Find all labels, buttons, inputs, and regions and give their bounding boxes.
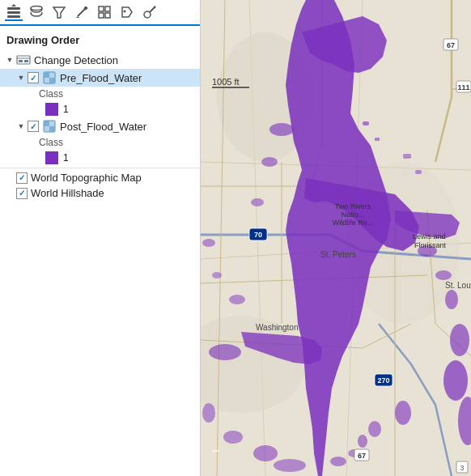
tree-item-post-flood-water[interactable]: ▼ Post_Flood_Water	[0, 117, 200, 135]
tree-item-change-detection[interactable]: ▼ Change Detection	[0, 51, 200, 69]
svg-point-56	[330, 457, 346, 466]
world-topo-label: World Topographic Map	[31, 172, 142, 184]
svg-point-37	[251, 198, 264, 206]
panel-content: Drawing Order ▼ Change Detection ▼	[0, 26, 200, 476]
svg-rect-19	[19, 60, 23, 62]
svg-rect-12	[105, 13, 110, 18]
tab-group[interactable]	[95, 3, 113, 21]
section-title: Drawing Order	[0, 31, 200, 51]
svg-text:67: 67	[447, 41, 455, 49]
divider-1	[0, 168, 200, 168]
tab-contents[interactable]	[28, 3, 45, 21]
svg-text:1005 ft: 1005 ft	[212, 77, 240, 87]
tab-symbology[interactable]	[73, 3, 91, 21]
svg-point-51	[229, 295, 245, 304]
svg-line-6	[78, 8, 86, 16]
checkbox-world-hillshade[interactable]	[16, 188, 28, 199]
legend-label-pre-1: 1	[63, 104, 69, 115]
map-canvas: 1005 ft Two Rivers Natio... Wildlife Re.…	[201, 0, 471, 476]
svg-point-41	[450, 324, 469, 356]
checkbox-post-flood[interactable]	[28, 121, 39, 132]
svg-text:Wildlife Re...: Wildlife Re...	[333, 219, 374, 227]
svg-point-13	[124, 11, 126, 13]
legend-color-pre-1	[45, 103, 58, 116]
svg-line-16	[154, 6, 155, 8]
tab-tools[interactable]	[141, 3, 159, 21]
expand-arrow-pre-flood: ▼	[16, 73, 26, 83]
checkbox-pre-flood[interactable]	[28, 72, 39, 83]
tree-item-world-topo[interactable]: ▶ World Topographic Map	[0, 170, 200, 185]
svg-point-60	[395, 401, 411, 425]
svg-point-35	[269, 123, 294, 136]
svg-text:St. Lou...: St. Lou...	[445, 281, 471, 290]
checkbox-world-topo[interactable]	[16, 172, 28, 184]
tab-properties[interactable]	[118, 3, 136, 21]
group-icon	[16, 53, 31, 67]
svg-rect-0	[7, 7, 20, 10]
svg-point-42	[443, 360, 468, 401]
svg-point-36	[261, 157, 278, 167]
svg-marker-7	[76, 16, 79, 18]
svg-rect-47	[403, 154, 411, 159]
tab-drawing-order[interactable]	[5, 3, 23, 21]
map-scale	[212, 450, 219, 452]
svg-rect-20	[24, 60, 28, 62]
svg-rect-2	[7, 15, 20, 18]
map-area[interactable]: 1005 ft Two Rivers Natio... Wildlife Re.…	[201, 0, 471, 476]
svg-text:70: 70	[254, 231, 262, 239]
svg-text:St. Peters: St. Peters	[320, 250, 356, 259]
svg-text:Washington: Washington	[256, 323, 298, 332]
svg-marker-3	[11, 4, 16, 6]
svg-rect-1	[7, 11, 20, 14]
svg-text:270: 270	[377, 376, 389, 385]
toolbar	[0, 0, 200, 26]
svg-point-4	[31, 6, 42, 11]
svg-rect-48	[415, 170, 422, 174]
svg-point-40	[445, 290, 458, 309]
world-hillshade-label: World Hillshade	[31, 187, 104, 199]
svg-text:Two Rivers: Two Rivers	[335, 202, 371, 210]
svg-rect-46	[375, 138, 380, 141]
svg-point-39	[435, 270, 452, 280]
svg-text:Florissant: Florissant	[414, 241, 447, 249]
svg-text:Natio...: Natio...	[342, 210, 365, 219]
pre-flood-water-label: Pre_Flood_Water	[60, 72, 142, 84]
svg-point-59	[368, 421, 381, 437]
svg-rect-9	[99, 6, 104, 11]
svg-marker-5	[53, 7, 65, 18]
tree-item-pre-flood-water[interactable]: ▼ Pre_Flood_Water	[0, 69, 200, 87]
tree-item-world-hillshade[interactable]: ▶ World Hillshade	[0, 185, 200, 201]
svg-point-58	[358, 435, 367, 448]
svg-rect-25	[44, 121, 49, 126]
svg-rect-17	[17, 56, 30, 64]
class-heading-post: Class	[0, 135, 200, 150]
svg-text:Lewis and: Lewis and	[413, 232, 446, 240]
svg-point-55	[274, 459, 306, 472]
post-flood-water-label: Post_Flood_Water	[60, 121, 146, 133]
left-panel: Drawing Order ▼ Change Detection ▼	[0, 0, 201, 476]
legend-item-post-1: 1	[0, 150, 200, 166]
svg-rect-23	[49, 78, 55, 83]
expand-arrow-post-flood: ▼	[16, 121, 26, 131]
raster-layer-icon-pre	[42, 70, 57, 85]
legend-label-post-1: 1	[63, 152, 69, 164]
svg-text:3: 3	[460, 464, 464, 472]
class-heading-pre: Class	[0, 87, 200, 101]
svg-point-50	[212, 272, 222, 278]
svg-rect-45	[363, 121, 369, 125]
expand-arrow-change-detection: ▼	[5, 55, 15, 65]
svg-point-52	[202, 403, 215, 423]
svg-point-14	[144, 11, 151, 18]
legend-color-post-1	[45, 151, 58, 164]
tab-filter[interactable]	[50, 3, 68, 21]
svg-rect-22	[44, 72, 49, 78]
svg-point-49	[202, 239, 215, 247]
legend-item-pre-1: 1	[0, 101, 200, 117]
svg-point-44	[209, 344, 241, 360]
svg-point-53	[223, 431, 243, 444]
svg-rect-26	[49, 126, 55, 132]
svg-rect-10	[105, 6, 110, 11]
raster-layer-icon-post	[42, 119, 57, 134]
change-detection-label: Change Detection	[34, 54, 118, 66]
svg-text:111: 111	[457, 83, 469, 91]
